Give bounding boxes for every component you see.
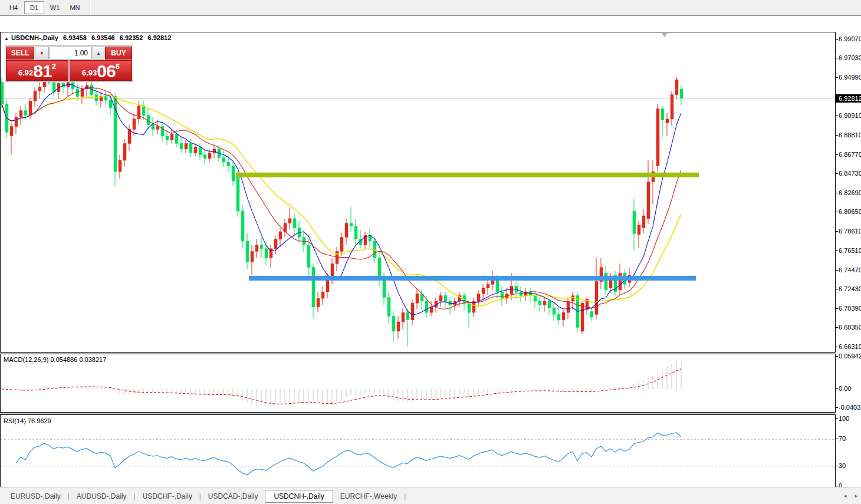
up-triangle-icon: ▲ (4, 36, 9, 41)
price-axis-label: 6.82690 (839, 189, 861, 196)
price-axis-label: 6.88810 (839, 131, 861, 139)
buy-price-pip: 6 (116, 61, 120, 73)
tab-divider: | (404, 492, 406, 500)
scroll-shift-marker-icon[interactable] (662, 33, 668, 37)
chevron-up-icon: ▲ (96, 51, 101, 56)
chart-tab-usdcnh[interactable]: USDCNH-,Daily (265, 490, 333, 503)
rsi-axis-label: 100 (839, 415, 849, 422)
volume-increase-button[interactable]: ▲ (93, 47, 104, 60)
sell-price-prefix: 6.92 (18, 67, 33, 79)
price-axis-label: 6.94990 (839, 74, 861, 81)
chevron-down-icon: ▼ (40, 51, 44, 56)
ohlc-low: 6.92352 (120, 34, 143, 41)
symbol-ohlc-line: ▲USDCNH-,Daily 6.93458 6.93546 6.92352 6… (4, 34, 174, 41)
terminal-window: H4D1W1MN ▲USDCNH-,Daily 6.93458 6.93546 … (0, 0, 861, 504)
price-axis-label: 6.80650 (839, 208, 861, 215)
chart-tab-usdchf[interactable]: USDCHF-,Daily (136, 490, 199, 502)
ohlc-open: 6.93458 (63, 34, 87, 41)
sell-price-pip: 2 (52, 61, 56, 73)
chart-canvas (0, 16, 861, 504)
chart-tab-usdcad[interactable]: USDCAD-,Daily (201, 490, 265, 502)
macd-pane (1, 354, 836, 413)
chart-tab-bar: EURUSD-,Daily|AUDUSD-,Daily|USDCHF-,Dail… (0, 487, 861, 504)
resistance-line[interactable] (236, 173, 699, 177)
tab-scroll-right-icon[interactable]: ▸ (853, 492, 860, 500)
macd-axis-label: 0.059422 (839, 353, 861, 360)
price-axis-label: 6.68350 (839, 324, 861, 331)
price-axis-label: 6.86770 (839, 151, 861, 158)
chart-tab-eurchf[interactable]: EURCHF-,Weekly (333, 490, 404, 502)
rsi-indicator-label: RSI(14) 76.9629 (4, 417, 51, 424)
price-axis-label: 6.72430 (839, 285, 861, 292)
timeframe-toolbar: H4D1W1MN (0, 0, 861, 16)
buy-price-big: 06 (97, 64, 115, 79)
sell-price-big: 81 (33, 64, 51, 79)
ohlc-close: 6.92812 (148, 34, 172, 41)
symbol-name: USDCNH-,Daily (11, 34, 58, 41)
price-axis-label: 6.84730 (839, 170, 861, 177)
price-axis-label: 6.70390 (839, 305, 861, 312)
volume-decrease-button[interactable]: ▼ (35, 47, 49, 60)
price-axis-label: 6.66310 (839, 343, 861, 350)
chart-tab-audusd[interactable]: AUDUSD-,Daily (70, 490, 134, 502)
buy-price-box[interactable]: 6.93066 (70, 60, 132, 81)
support-line[interactable] (249, 276, 696, 281)
price-axis-label: 6.99070 (839, 35, 861, 42)
buy-price-prefix: 6.93 (82, 67, 97, 79)
ohlc-high: 6.93546 (91, 34, 115, 41)
sell-price-box[interactable]: 6.92812 (6, 60, 68, 81)
price-axis-label: 6.97030 (839, 54, 861, 61)
current-price-badge: 6.92812 (836, 94, 861, 103)
timeframe-button-h4[interactable]: H4 (4, 2, 23, 14)
price-axis-label: 6.76510 (839, 247, 861, 254)
macd-axis-label: -0.040371 (839, 404, 861, 411)
chart-tabs: EURUSD-,Daily|AUDUSD-,Daily|USDCHF-,Dail… (4, 489, 406, 503)
buy-button[interactable]: BUY (105, 47, 132, 60)
chart-tab-eurusd[interactable]: EURUSD-,Daily (4, 490, 68, 502)
price-axis-label: 6.78610 (839, 228, 861, 235)
volume-input[interactable]: 1.00 (50, 47, 92, 60)
rsi-pane (1, 415, 836, 490)
price-axis-label: 6.90910 (839, 112, 861, 119)
sell-button[interactable]: SELL (6, 47, 34, 60)
chart-region: ▲USDCNH-,Daily 6.93458 6.93546 6.92352 6… (0, 16, 861, 487)
timeframe-button-w1[interactable]: W1 (45, 2, 64, 14)
one-click-trading-widget: SELL ▼ 1.00 ▲ BUY 6.92812 6.93066 (5, 45, 133, 82)
macd-indicator-label: MACD(12,26,9) 0.054886 0.038217 (4, 356, 106, 363)
rsi-axis-label: 30 (839, 462, 846, 469)
timeframe-buttons: H4D1W1MN (4, 1, 85, 14)
timeframe-button-d1[interactable]: D1 (24, 1, 44, 14)
tab-scroll-left-icon[interactable]: ◂ (842, 492, 849, 500)
timeframe-button-mn[interactable]: MN (65, 2, 84, 14)
toolbar-separator (90, 1, 91, 15)
rsi-axis-label: 70 (839, 435, 846, 442)
price-axis-label: 6.74470 (839, 266, 861, 274)
macd-axis-label: 0.00 (839, 385, 851, 392)
